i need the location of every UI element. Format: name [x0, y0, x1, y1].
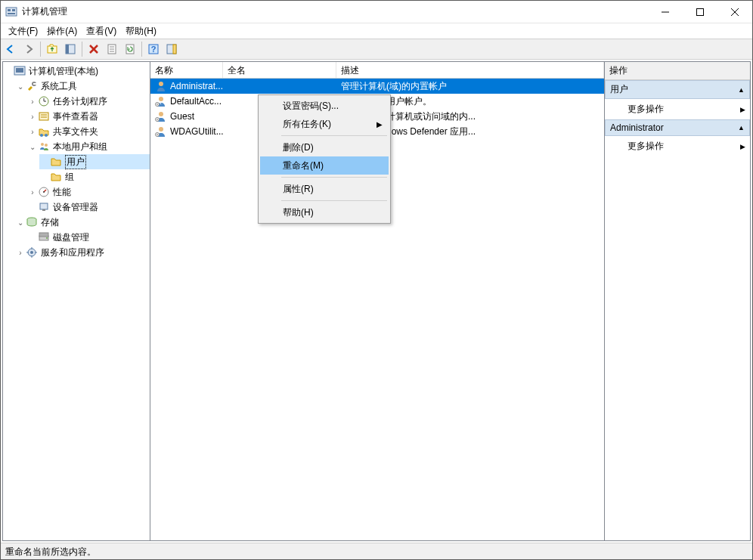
tree-storage[interactable]: ⌄存储 — [15, 215, 150, 230]
menu-help[interactable]: 帮助(H) — [121, 23, 161, 39]
cell-name: Guest — [170, 111, 194, 122]
twisty-expanded-icon[interactable]: ⌄ — [27, 143, 38, 151]
tree-label: 磁盘管理 — [53, 231, 89, 244]
svg-point-33 — [45, 134, 48, 137]
twisty-expanded-icon[interactable]: ⌄ — [15, 218, 26, 227]
actions-more-1[interactable]: 更多操作▶ — [605, 99, 750, 119]
cm-label: 属性(R) — [283, 183, 314, 196]
tree-shared-folders[interactable]: ›共享文件夹 — [27, 124, 150, 139]
svg-rect-38 — [40, 203, 48, 209]
col-fullname[interactable]: 全名 — [223, 62, 336, 78]
actions-section-administrator[interactable]: Administrator▲ — [605, 119, 750, 136]
svg-rect-0 — [6, 8, 17, 16]
tree-pane[interactable]: 计算机管理(本地) ⌄ 系统工具 ›任务计划程序 ›事件查看器 ›共享文件夹 — [3, 62, 150, 540]
menu-action[interactable]: 操作(A) — [42, 23, 82, 39]
cm-help[interactable]: 帮助(H) — [260, 203, 389, 221]
menu-file[interactable]: 文件(F) — [4, 23, 42, 39]
tree-label: 共享文件夹 — [53, 125, 98, 138]
folder-icon — [50, 171, 62, 183]
twisty-expanded-icon[interactable]: ⌄ — [15, 82, 26, 91]
tree-system-tools[interactable]: ⌄ 系统工具 — [15, 79, 150, 94]
tree-local-users-groups[interactable]: ⌄本地用户和组 — [27, 139, 150, 154]
cm-set-password[interactable]: 设置密码(S)... — [260, 97, 389, 115]
submenu-arrow-icon: ▶ — [376, 120, 383, 128]
toolbar-delete[interactable] — [85, 41, 102, 57]
toolbar-action-pane[interactable] — [163, 41, 180, 57]
cm-separator — [281, 177, 387, 178]
actions-more-2[interactable]: 更多操作▶ — [605, 136, 750, 156]
minimize-button[interactable] — [648, 1, 683, 23]
toolbar-help[interactable]: ? — [145, 41, 162, 57]
svg-point-46 — [159, 82, 163, 86]
close-button[interactable] — [717, 1, 752, 23]
cm-delete[interactable]: 删除(D) — [260, 138, 389, 156]
cm-all-tasks[interactable]: 所有任务(K)▶ — [260, 115, 389, 133]
twisty-collapsed-icon[interactable]: › — [27, 188, 38, 196]
device-icon — [38, 201, 50, 213]
list-row[interactable]: Administrat... 管理计算机(域)的内置帐户 — [150, 79, 604, 94]
actions-section-label: Administrator — [610, 122, 664, 133]
toolbar-back[interactable] — [2, 41, 19, 57]
toolbar-refresh[interactable] — [122, 41, 138, 57]
toolbar-show-hide[interactable] — [62, 41, 79, 57]
cm-label: 所有任务(K) — [283, 118, 331, 131]
cm-label: 帮助(H) — [283, 206, 314, 219]
tree-label: 设备管理器 — [53, 201, 98, 214]
tree-disk-mgmt[interactable]: 磁盘管理 — [27, 230, 150, 245]
tree-label: 任务计划程序 — [53, 95, 107, 108]
folder-icon — [50, 156, 62, 168]
actions-section-users[interactable]: 用户▲ — [605, 80, 750, 99]
window-title: 计算机管理 — [22, 5, 648, 18]
twisty-collapsed-icon[interactable]: › — [27, 113, 38, 121]
twisty-collapsed-icon[interactable]: › — [15, 249, 26, 257]
actions-title: 操作 — [605, 62, 750, 80]
tree-label: 系统工具 — [41, 80, 77, 93]
tree-task-scheduler[interactable]: ›任务计划程序 — [27, 94, 150, 109]
cell-name: DefaultAcc... — [170, 96, 222, 107]
tree-event-viewer[interactable]: ›事件查看器 — [27, 109, 150, 124]
menu-view[interactable]: 查看(V) — [82, 23, 121, 39]
tree-services-apps[interactable]: ›服务和应用程序 — [15, 245, 150, 260]
svg-rect-25 — [33, 83, 37, 85]
tree-label: 计算机管理(本地) — [29, 65, 98, 78]
collapse-icon: ▲ — [738, 124, 745, 131]
svg-rect-21 — [173, 45, 176, 54]
toolbar: ? — [1, 39, 752, 60]
cm-separator — [281, 200, 387, 201]
tree-users[interactable]: 用户 — [39, 154, 150, 169]
context-menu: 设置密码(S)... 所有任务(K)▶ 删除(D) 重命名(M) 属性(R) 帮… — [258, 94, 391, 224]
twisty-collapsed-icon[interactable]: › — [27, 128, 38, 136]
col-description[interactable]: 描述 — [336, 62, 604, 78]
cm-properties[interactable]: 属性(R) — [260, 180, 389, 198]
maximize-button[interactable] — [683, 1, 717, 23]
app-icon — [5, 6, 17, 18]
disk-icon — [38, 231, 50, 243]
cm-label: 设置密码(S)... — [283, 100, 339, 113]
users-groups-icon — [38, 141, 50, 153]
clock-icon — [38, 95, 50, 107]
computer-mgmt-icon — [14, 65, 26, 77]
svg-rect-3 — [8, 13, 15, 14]
actions-pane: 操作 用户▲ 更多操作▶ Administrator▲ 更多操作▶ — [605, 62, 750, 540]
toolbar-forward[interactable] — [20, 41, 37, 57]
cm-rename[interactable]: 重命名(M) — [260, 156, 389, 175]
tree-label: 本地用户和组 — [53, 141, 107, 153]
twisty-collapsed-icon[interactable]: › — [27, 97, 38, 106]
tree-label: 用户 — [65, 155, 86, 169]
col-name[interactable]: 名称 — [150, 62, 223, 78]
svg-rect-43 — [39, 233, 48, 237]
tree-label: 性能 — [53, 186, 71, 199]
svg-rect-2 — [12, 9, 15, 11]
tree-root[interactable]: 计算机管理(本地) — [3, 63, 150, 79]
titlebar: 计算机管理 — [1, 1, 752, 23]
toolbar-up[interactable] — [44, 41, 60, 57]
user-icon — [155, 95, 167, 107]
toolbar-properties[interactable] — [104, 41, 120, 57]
tree-performance[interactable]: ›性能 — [27, 184, 150, 200]
tree-groups[interactable]: 组 — [39, 169, 150, 184]
tree-label: 组 — [65, 171, 74, 184]
svg-text:?: ? — [151, 45, 156, 54]
tree-device-manager[interactable]: 设备管理器 — [27, 200, 150, 215]
cell-name: WDAGUtilit... — [170, 126, 223, 137]
tree-label: 事件查看器 — [53, 110, 98, 123]
